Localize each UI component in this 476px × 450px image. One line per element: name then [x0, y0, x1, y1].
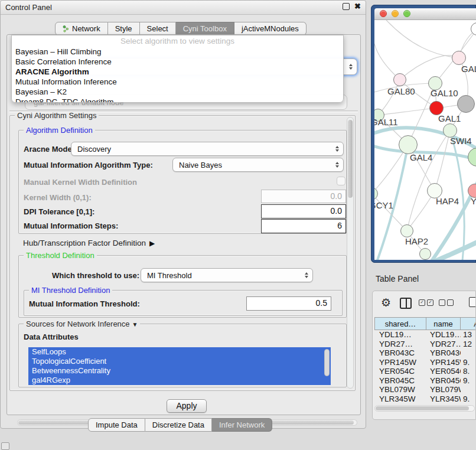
column-header-shared[interactable]: shared… [374, 317, 426, 330]
bottom-tab-infer-network[interactable]: Infer Network [212, 418, 272, 432]
table-row[interactable]: YLR345WYLR345W9. [374, 394, 476, 404]
settings-vertical-scrollbar[interactable] [347, 117, 354, 389]
control-panel-window: Control Panel ✖ NetworkStyleSelectCyni T… [0, 0, 366, 429]
node-label-gal11: GAL11 [374, 117, 398, 127]
tab-select[interactable]: Select [140, 22, 176, 35]
table-row[interactable]: YDL19…YDL19…13 [374, 330, 476, 340]
list-scrollbar[interactable] [324, 349, 330, 376]
minimize-traffic-light-icon[interactable] [392, 10, 399, 17]
network-icon [63, 25, 70, 32]
threshold-definition-title: Threshold Definition [24, 251, 97, 260]
dropdown-item-bayesian-k2[interactable]: Bayesian – K2 [12, 87, 343, 97]
network-view-canvas[interactable]: GALGAL80GAL10GAL1GAL11SWI4GAL4HAP4YGCY1H… [374, 20, 476, 260]
float-window-icon[interactable] [343, 3, 350, 10]
column-header-a[interactable]: A [461, 317, 476, 330]
dropdown-item-bayesian-hill-climbing[interactable]: Bayesian – Hill Climbing [12, 47, 343, 57]
table-row[interactable]: YBL079WYBL079W [374, 385, 476, 394]
network-node-gal[interactable] [452, 51, 466, 65]
table-body: YDL19…YDL19…13YDR27…YDR27…12YBR043CYBR04… [374, 330, 476, 413]
table-row[interactable]: YPR145WYPR145W9. [374, 358, 476, 367]
tab-network[interactable]: Network [55, 22, 108, 35]
combo-arrows-icon [335, 162, 339, 168]
dpi-tolerance-field[interactable]: 0.0 [261, 204, 346, 219]
tab-cyni-toolbox[interactable]: Cyni Toolbox [176, 22, 234, 35]
which-threshold-value: MI Threshold [147, 271, 192, 280]
attribute-item-gal4rgexp[interactable]: gal4RGexp [28, 376, 331, 385]
hub-definition-expander[interactable]: Hub/Transcription Factor Definition▶ [23, 239, 155, 247]
dropdown-item-mutual-information-inference[interactable]: Mutual Information Inference [12, 77, 343, 87]
table-cell: 12 [461, 340, 476, 349]
data-attributes-list: SelfLoopsTopologicalCoefficientBetweenne… [28, 347, 331, 385]
which-threshold-combo[interactable]: MI Threshold [141, 268, 313, 282]
columns-icon[interactable] [400, 298, 412, 309]
gear-icon[interactable]: ⚙ [381, 296, 391, 310]
table-row[interactable]: YER054CYER054C8. [374, 367, 476, 376]
node-label-gal80: GAL80 [387, 86, 415, 96]
column-header-name[interactable]: name [426, 317, 461, 330]
kernel-width-field: 0.0 [261, 190, 346, 203]
network-node-gal80[interactable] [393, 73, 406, 86]
expander-right-icon: ▶ [149, 239, 155, 247]
tab-style[interactable]: Style [108, 22, 140, 35]
which-threshold-label: Which threshold to use: [52, 271, 139, 280]
table-cell: YPR145W [426, 358, 461, 367]
manual-kernel-width-checkbox [337, 177, 345, 185]
network-node[interactable] [457, 95, 475, 113]
network-node-gal4[interactable] [399, 135, 418, 154]
close-traffic-light-icon[interactable] [380, 10, 387, 17]
mi-algorithm-type-combo[interactable]: Naive Bayes [172, 158, 344, 172]
dropdown-item-dream8-dc-tdc-algorithm[interactable]: Dream8 DC_TDC Algorithm [12, 97, 343, 103]
attribute-item-betweennesscentrality[interactable]: BetweennessCentrality [28, 366, 331, 376]
dropdown-item-aracne-algorithm[interactable]: ARACNE Algorithm [12, 67, 343, 77]
sources-group: Sources for Network Inference▼ Data Attr… [18, 324, 347, 387]
select-all-checkboxes-icon[interactable]: ✓✓ [419, 299, 433, 306]
aracne-mode-label: Aracne Mode: [24, 145, 74, 154]
threshold-definition-group: Threshold Definition Which threshold to … [18, 255, 347, 318]
table-horizontal-scrollbar[interactable] [374, 405, 475, 412]
dropdown-item-basic-correlation-inference[interactable]: Basic Correlation Inference [12, 57, 343, 67]
control-panel-titlebar: Control Panel ✖ [1, 1, 366, 15]
table-row[interactable]: YBR043CYBR043C [374, 348, 476, 358]
sources-title-text: Sources for Network Inference [26, 319, 130, 328]
bottom-tab-discretize-data[interactable]: Discretize Data [145, 418, 212, 432]
attribute-item-topologicalcoefficient[interactable]: TopologicalCoefficient [28, 357, 331, 366]
hub-definition-label: Hub/Transcription Factor Definition [23, 239, 146, 247]
algorithm-dropdown-popup: Select algorithm to view settings Bayesi… [11, 35, 344, 103]
dpi-tolerance-label: DPI Tolerance [0,1]: [24, 207, 94, 216]
table-cell: YDR27… [374, 340, 426, 349]
table-cell: YLR345W [374, 394, 426, 404]
mi-threshold-field[interactable]: 0.5 [246, 296, 331, 311]
sources-group-title[interactable]: Sources for Network Inference▼ [24, 319, 140, 328]
data-attributes-label: Data Attributes [24, 332, 79, 341]
zoom-traffic-light-icon[interactable] [403, 10, 410, 17]
attribute-item-selfloops[interactable]: SelfLoops [28, 347, 331, 357]
table-row[interactable]: YBR045CYBR045C9. [374, 376, 476, 386]
deselect-all-checkboxes-icon[interactable] [439, 299, 454, 306]
table-cell: YBR043C [426, 348, 461, 358]
table-cell: YLR345W [426, 394, 461, 404]
algorithm-definition-title: Algorithm Definition [24, 126, 95, 135]
bottom-tab-strip: Impute DataDiscretize DataInfer Network [88, 418, 272, 432]
aracne-mode-combo[interactable]: Discovery [71, 142, 344, 156]
table-row[interactable]: YDR27…YDR27…12 [374, 340, 476, 349]
network-node[interactable] [419, 248, 431, 260]
mi-steps-field[interactable]: 6 [261, 219, 346, 233]
table-cell [461, 385, 476, 394]
table-cell: YER054C [374, 367, 426, 376]
node-table: shared…nameA YDL19…YDL19…13YDR27…YDR27…1… [374, 317, 476, 413]
dropdown-placeholder: Select algorithm to view settings [12, 36, 343, 47]
table-cell: YBR045C [426, 376, 461, 386]
table-cell: YBL079W [426, 385, 461, 394]
new-table-icon[interactable] [469, 297, 476, 307]
table-cell: 8. [461, 367, 476, 376]
table-cell: YDL19… [374, 330, 426, 340]
close-icon[interactable]: ✖ [354, 2, 361, 11]
network-node-hap2[interactable] [400, 224, 413, 237]
apply-button[interactable]: Apply [167, 399, 207, 413]
control-panel-title: Control Panel [5, 3, 52, 12]
bottom-tab-impute-data[interactable]: Impute Data [88, 418, 145, 432]
table-cell: YBL079W [374, 385, 426, 394]
table-cell: 9. [461, 358, 476, 367]
tab-jactivemnodules[interactable]: jActiveMNodules [234, 22, 307, 35]
panel-grip-icon[interactable] [1, 442, 9, 450]
